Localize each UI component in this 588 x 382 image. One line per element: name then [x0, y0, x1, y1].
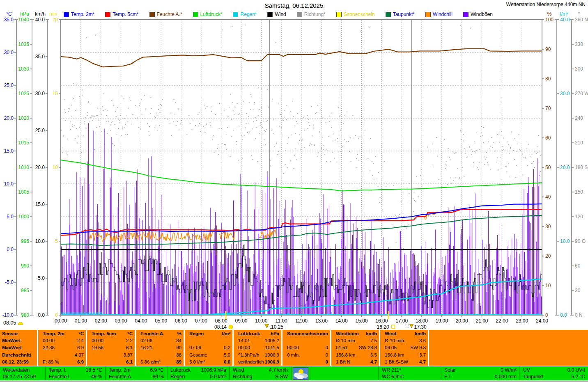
chart-text: 5.0	[38, 275, 45, 281]
status-cell-4: Wind4.7 km/hRichtungS-SW	[230, 366, 291, 380]
chart-text: 10:00	[255, 318, 267, 324]
chart-text: 240	[575, 115, 583, 121]
chart-text: l/m²	[560, 11, 568, 17]
legend-item-windboen: Windböen	[463, 11, 493, 17]
status-value: Solar	[444, 367, 456, 373]
legend-label: Windböen	[471, 11, 493, 17]
sensor-column-temp-5cm: Temp. 5cm°C00:002.219:586.13.876.1	[87, 330, 135, 366]
status-spacer	[310, 366, 378, 380]
table-cell: Ø 10 min.	[333, 338, 356, 343]
status-value: 6.9 °C	[150, 367, 164, 373]
chart-text: 270 W	[575, 91, 588, 96]
status-value: Temp. 2m	[109, 367, 131, 373]
chart-text: 210	[575, 140, 583, 146]
column-header: Feuchte A.	[138, 331, 164, 336]
legend-label: Feuchte A.*	[157, 11, 182, 17]
chart-legend: Temp. 2m*Temp. 5cm*Feuchte A.*Luftdruck*…	[64, 11, 493, 17]
column-header: l/m²	[222, 331, 230, 336]
status-value: 1006.9 hPa	[201, 367, 226, 373]
legend-label: Temp. 2m*	[71, 11, 94, 17]
chart-text: 03:00	[115, 318, 127, 324]
chart-text: 20.0	[560, 165, 570, 170]
sensor-column-wind: Windkm/hØ 10 min.3.609:05SW 9.3156.8 km3…	[380, 330, 428, 366]
table-cell: 3.6	[419, 338, 426, 343]
column-header: Wind	[382, 331, 396, 336]
chart-text: 5.0	[7, 214, 14, 220]
chart-text: 80	[545, 76, 551, 82]
table-cell: 5.0	[224, 352, 230, 357]
sensor-column-windb-en: Windböenkm/hØ 10 min.7.501:51SW 28.8156.…	[331, 330, 379, 366]
chart-text: 1035	[18, 41, 29, 47]
legend-label: Wind	[275, 11, 286, 17]
chart-text: 150	[575, 189, 583, 195]
chart-text: 995	[21, 238, 29, 244]
status-value: 0 W/m²	[501, 367, 517, 373]
chart-text: 300	[575, 66, 583, 72]
table-cell: 6.86 g/m³	[138, 359, 161, 364]
legend-label: Temp. 5cm*	[113, 11, 138, 17]
chart-text: 01:00	[75, 318, 87, 324]
chart-text: 1040	[18, 17, 29, 23]
chart-text: 70	[545, 105, 551, 111]
column-header: Luftdruck	[236, 331, 260, 336]
table-cell: 02:06	[138, 338, 152, 343]
table-cell: 6.9	[77, 345, 84, 350]
table-cell: 156.8 km	[382, 352, 404, 357]
column-header: km/h	[366, 331, 377, 336]
moonset-arrow-icon	[265, 324, 269, 328]
chart-text: 10	[545, 283, 551, 288]
table-cell: 88	[176, 352, 181, 357]
chart-text: 20	[53, 17, 58, 23]
table-cell: 4.7	[419, 359, 426, 364]
chart-text: 24:00	[536, 318, 548, 324]
chart-text: 18:00	[416, 318, 428, 324]
status-value: S-SW	[275, 374, 288, 380]
table-cell: 1006.9	[265, 359, 279, 364]
row-label: MinWert	[0, 337, 37, 344]
sensor-column-sonnenschein: Sonnenscheinmin00:0000 min.00	[283, 330, 330, 366]
table-cell: Ø 10 min.	[382, 338, 405, 343]
table-cell: 3.7	[419, 352, 426, 357]
chart-text: 30	[545, 224, 551, 229]
row-label: Sensor	[0, 330, 37, 337]
table-cell: 1006.9	[265, 352, 279, 357]
richtung-swatch-icon	[297, 12, 302, 17]
chart-text: 1020	[18, 115, 29, 121]
chart-text: 30.0	[560, 91, 570, 96]
chart-text: 985	[21, 288, 29, 293]
table-cell: 6.1	[126, 359, 133, 364]
current-conditions-bar: Wetterdaten06.12.25 23:59Temp. I.18.5 °C…	[0, 366, 588, 380]
table-cell: 7.5	[370, 338, 377, 343]
table-row-labels: SensorMinWertMaxWertDurchschnitt06.12. 2…	[0, 330, 37, 366]
table-cell: 00:00	[89, 338, 103, 343]
chart-text: 09:00	[235, 318, 247, 324]
table-cell: 1011.5	[265, 345, 279, 350]
table-cell: 156.8 km	[333, 352, 355, 357]
legend-item-richtung: Richtung*	[297, 11, 326, 17]
table-cell: Gesamt:	[187, 352, 207, 357]
legend-label: Windchill	[433, 11, 452, 17]
sunrise-sun-icon	[229, 325, 233, 329]
column-header: Windböen	[333, 331, 358, 336]
status-value: 4.7 km/h	[269, 367, 288, 373]
table-cell: SW 9.3	[410, 345, 426, 350]
chart-text: 35.0	[4, 17, 14, 23]
windboen-swatch-icon	[463, 12, 469, 17]
chart-text: 17:00	[395, 318, 408, 324]
status-value: Luftdruck	[170, 367, 191, 373]
table-cell: 5.0 l/m²	[187, 359, 205, 364]
sunrise-halfdisc-icon	[18, 322, 23, 325]
chart-text: 05:00	[155, 318, 167, 324]
legend-label: Sonnenschein	[344, 11, 375, 17]
chart-text: 1000	[18, 214, 29, 220]
table-cell: 90	[176, 345, 181, 350]
chart-text: 360 N	[575, 17, 588, 23]
chart-text: 0	[55, 312, 58, 318]
table-cell: veränderlich	[236, 359, 264, 364]
weather-icon	[292, 366, 310, 380]
chart-text: 980	[21, 312, 29, 318]
chart-text: 40.0	[35, 17, 45, 23]
temp-5cm-swatch-icon	[105, 12, 110, 17]
table-cell: 4.7	[370, 359, 377, 364]
chart-text: 10.0	[35, 238, 45, 244]
